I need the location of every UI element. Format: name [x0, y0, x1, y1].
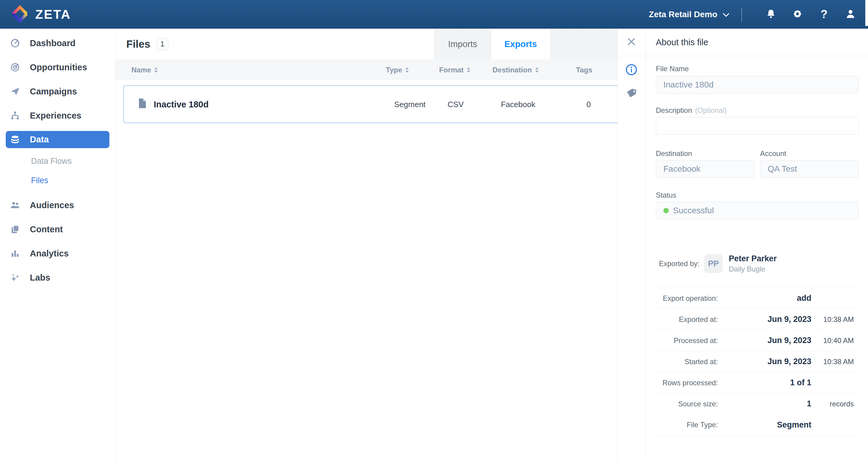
data-icon	[10, 135, 20, 145]
info-icon	[625, 63, 638, 76]
status-value: Successful	[673, 206, 714, 215]
sidebar: Dashboard Opportunities Campaigns	[0, 29, 116, 461]
files-tabs: Imports Exports	[434, 29, 617, 59]
panel-content: File Name Description(Optional) Destinat…	[646, 56, 868, 461]
scrollbar-thumb[interactable]	[865, 0, 868, 26]
column-header-tags[interactable]: Tags	[576, 59, 592, 80]
sidebar-item-campaigns[interactable]: Campaigns	[0, 79, 115, 104]
table-row[interactable]: Inactive 180d Segment CSV Facebook 0	[123, 85, 617, 123]
close-icon	[626, 36, 637, 47]
help-button[interactable]: ?	[815, 6, 832, 23]
notifications-button[interactable]	[763, 6, 779, 23]
sidebar-item-dashboard[interactable]: Dashboard	[0, 31, 115, 55]
detail-extra: 10:38 AM	[811, 357, 859, 366]
exported-by-row: Exported by: PP Peter Parker Daily Bugle	[656, 254, 859, 273]
exported-by-label: Exported by:	[656, 259, 700, 268]
user-icon	[845, 8, 856, 21]
row-destination: Facebook	[501, 99, 535, 109]
sidebar-item-label: Audiences	[30, 200, 74, 210]
detail-value: add	[718, 293, 811, 303]
campaigns-icon	[10, 86, 20, 96]
detail-value: Segment	[718, 420, 811, 430]
brand-wordmark: ZETA	[35, 7, 71, 22]
detail-extra: records	[811, 400, 859, 408]
tags-tab-button[interactable]	[618, 87, 645, 99]
panel-title: About this file	[656, 29, 708, 56]
navbar-divider	[741, 7, 742, 22]
column-label: Type	[386, 66, 402, 74]
destination-group: Destination Facebook	[656, 149, 754, 178]
column-label: Name	[131, 66, 151, 74]
close-panel-button[interactable]	[618, 36, 645, 47]
zeta-diamond-icon	[11, 5, 29, 24]
detail-row-started-at: Started at: Jun 9, 2023 10:38 AM	[656, 351, 859, 372]
account-label: Account	[760, 149, 859, 158]
labs-icon	[10, 272, 20, 283]
sidebar-item-labs[interactable]: Labs	[0, 265, 115, 290]
detail-value: 1 of 1	[718, 378, 811, 387]
sidebar-item-experiences[interactable]: Experiences	[0, 104, 115, 127]
chevron-down-icon	[723, 10, 730, 19]
column-header-name[interactable]: Name	[131, 59, 158, 80]
export-details-list: Export operation: add Exported at: Jun 9…	[656, 288, 859, 435]
about-file-panel: About this file File Name Description(Op…	[617, 29, 868, 461]
zeta-logo[interactable]: ZETA	[11, 5, 71, 24]
row-format: CSV	[447, 99, 464, 109]
column-header-type[interactable]: Type	[386, 59, 409, 80]
detail-row-file-type: File Type: Segment	[656, 414, 859, 435]
sidebar-item-label: Content	[30, 225, 63, 234]
opportunities-icon	[10, 62, 20, 73]
sort-icon	[405, 67, 409, 73]
description-label: Description(Optional)	[656, 106, 859, 115]
column-header-destination[interactable]: Destination	[493, 59, 539, 80]
top-navbar: ZETA Zeta Retail Demo	[0, 0, 868, 29]
experiences-icon	[10, 110, 20, 121]
info-tab-button[interactable]	[618, 63, 645, 76]
detail-label: Started at:	[656, 357, 718, 366]
sidebar-item-label: Labs	[30, 273, 50, 283]
sub-item-label: Files	[31, 176, 48, 185]
sidebar-item-label: Campaigns	[30, 87, 77, 96]
description-textarea[interactable]	[656, 117, 859, 135]
settings-button[interactable]	[789, 6, 806, 23]
tab-exports[interactable]: Exports	[491, 29, 550, 59]
row-name: Inactive 180d	[154, 99, 209, 109]
detail-value: Jun 9, 2023	[718, 357, 811, 366]
avatar: PP	[704, 254, 723, 273]
detail-extra: 10:38 AM	[811, 315, 859, 324]
sub-item-label: Data Flows	[31, 156, 72, 166]
detail-label: Export operation:	[656, 294, 718, 302]
files-header: Files 1 Imports Exports	[116, 29, 617, 59]
sidebar-item-files[interactable]: Files	[0, 171, 115, 190]
sidebar-item-analytics[interactable]: Analytics	[0, 241, 115, 265]
account-selector[interactable]: Zeta Retail Demo	[649, 10, 730, 19]
column-header-format[interactable]: Format	[439, 59, 470, 80]
sidebar-item-label: Analytics	[30, 249, 69, 259]
files-count-badge: 1	[156, 38, 168, 50]
help-icon: ?	[820, 8, 827, 21]
sidebar-item-content[interactable]: Content	[0, 217, 115, 241]
sidebar-item-data-flows[interactable]: Data Flows	[0, 151, 115, 171]
audiences-icon	[10, 200, 20, 210]
destination-field[interactable]: Facebook	[656, 160, 754, 178]
sidebar-item-opportunities[interactable]: Opportunities	[0, 55, 115, 79]
sidebar-item-audiences[interactable]: Audiences	[0, 193, 115, 217]
detail-row-exported-at: Exported at: Jun 9, 2023 10:38 AM	[656, 309, 859, 330]
column-label: Destination	[493, 66, 532, 74]
account-field[interactable]: QA Test	[760, 160, 859, 178]
detail-row-rows-processed: Rows processed: 1 of 1	[656, 372, 859, 393]
column-label: Tags	[576, 66, 592, 74]
sidebar-item-data[interactable]: Data	[6, 131, 110, 148]
file-name-input[interactable]	[656, 76, 859, 93]
detail-row-source-size: Source size: 1 records	[656, 393, 859, 414]
column-label: Format	[439, 66, 464, 74]
tag-icon	[625, 87, 638, 99]
exporter-name: Peter Parker	[729, 254, 777, 263]
tab-imports[interactable]: Imports	[434, 29, 491, 59]
status-label: Status	[656, 191, 859, 199]
status-field[interactable]: Successful	[656, 202, 859, 219]
status-success-dot	[663, 208, 669, 213]
row-type: Segment	[394, 99, 426, 109]
detail-value: Jun 9, 2023	[718, 336, 811, 345]
profile-button[interactable]	[842, 6, 859, 23]
